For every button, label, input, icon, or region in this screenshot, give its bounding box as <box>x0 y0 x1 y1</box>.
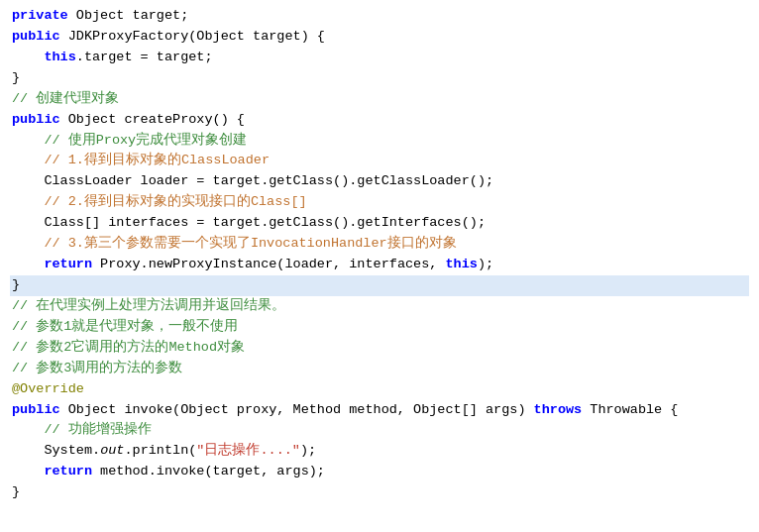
code-token: ClassLoader loader = target.getClass().g… <box>12 171 493 192</box>
code-token: } <box>12 275 20 296</box>
code-token: return <box>44 255 92 275</box>
code-line: // 1.得到目标对象的ClassLoader <box>10 151 749 171</box>
code-line: // 在代理实例上处理方法调用并返回结果。 <box>10 296 749 317</box>
code-token: public <box>12 400 60 421</box>
code-token: out <box>100 441 124 462</box>
code-line: } <box>10 275 749 296</box>
code-token: .target = target; <box>76 48 213 68</box>
code-token <box>12 462 44 482</box>
code-line: this.target = target; <box>10 48 749 68</box>
code-token: Object createProxy() { <box>60 110 245 131</box>
code-token: // 功能增强操作 <box>12 420 152 441</box>
code-token: .println( <box>124 441 196 462</box>
code-line: return method.invoke(target, args); <box>10 462 749 482</box>
code-token: ); <box>478 255 493 275</box>
code-token <box>12 255 44 275</box>
code-token: method.invoke(target, args); <box>92 462 325 482</box>
code-line: // 功能增强操作 <box>10 420 749 441</box>
code-token: "日志操作...." <box>196 441 300 462</box>
code-line: public JDKProxyFactory(Object target) { <box>10 27 749 48</box>
code-line: } <box>10 482 749 503</box>
code-token: Class[] interfaces = target.getClass().g… <box>12 213 486 234</box>
code-token: private <box>12 6 68 27</box>
code-token: // 参数1就是代理对象，一般不使用 <box>12 317 238 338</box>
code-token: throws <box>534 400 583 421</box>
code-token: // 创建代理对象 <box>12 89 119 110</box>
code-token: ); <box>300 441 316 462</box>
code-token <box>12 48 44 68</box>
code-token: } <box>12 482 20 503</box>
code-token: public <box>12 27 60 48</box>
code-line: // 参数3调用的方法的参数 <box>10 359 749 379</box>
code-token: this <box>44 48 75 68</box>
code-editor: private Object target;public JDKProxyFac… <box>0 0 759 532</box>
code-line: System.out.println("日志操作...."); <box>10 441 749 462</box>
code-line: public Object createProxy() { <box>10 110 749 131</box>
code-token: Throwable { <box>582 400 678 421</box>
code-line: // 3.第三个参数需要一个实现了InvocationHandler接口的对象 <box>10 234 749 255</box>
code-line: // 使用Proxy完成代理对象创建 <box>10 131 749 152</box>
code-line: public Object invoke(Object proxy, Metho… <box>10 400 749 421</box>
code-token: public <box>12 110 60 131</box>
code-line: return Proxy.newProxyInstance(loader, in… <box>10 255 749 275</box>
code-token: // 2.得到目标对象的实现接口的Class[] <box>12 192 307 213</box>
code-line: // 2.得到目标对象的实现接口的Class[] <box>10 192 749 213</box>
code-token: // 参数2它调用的方法的Method对象 <box>12 338 245 359</box>
code-token: @Override <box>12 379 84 400</box>
code-token: JDKProxyFactory(Object target) { <box>60 27 325 48</box>
code-token: Object target; <box>68 6 189 27</box>
code-line: ClassLoader loader = target.getClass().g… <box>10 171 749 192</box>
code-line: // 参数2它调用的方法的Method对象 <box>10 338 749 359</box>
code-token: Proxy. <box>92 255 149 275</box>
code-token: // 3.第三个参数需要一个实现了InvocationHandler接口的对象 <box>12 234 457 255</box>
code-token: Object invoke(Object proxy, Method metho… <box>60 400 534 421</box>
code-token: System. <box>12 441 100 462</box>
code-token: } <box>12 68 20 89</box>
code-line: // 创建代理对象 <box>10 89 749 110</box>
code-line: private Object target; <box>10 6 749 27</box>
code-token: return <box>44 462 92 482</box>
code-line: } <box>10 68 749 89</box>
code-token: // 1.得到目标对象的ClassLoader <box>12 151 270 171</box>
code-line: // 参数1就是代理对象，一般不使用 <box>10 317 749 338</box>
code-token: // 参数3调用的方法的参数 <box>12 359 182 379</box>
code-token: (loader, interfaces, <box>276 255 445 275</box>
code-token: // 使用Proxy完成代理对象创建 <box>12 131 247 152</box>
code-token: // 在代理实例上处理方法调用并返回结果。 <box>12 296 285 317</box>
code-token: newProxyInstance <box>149 255 277 275</box>
code-line: Class[] interfaces = target.getClass().g… <box>10 213 749 234</box>
code-line: @Override <box>10 379 749 400</box>
code-token: this <box>446 255 478 275</box>
